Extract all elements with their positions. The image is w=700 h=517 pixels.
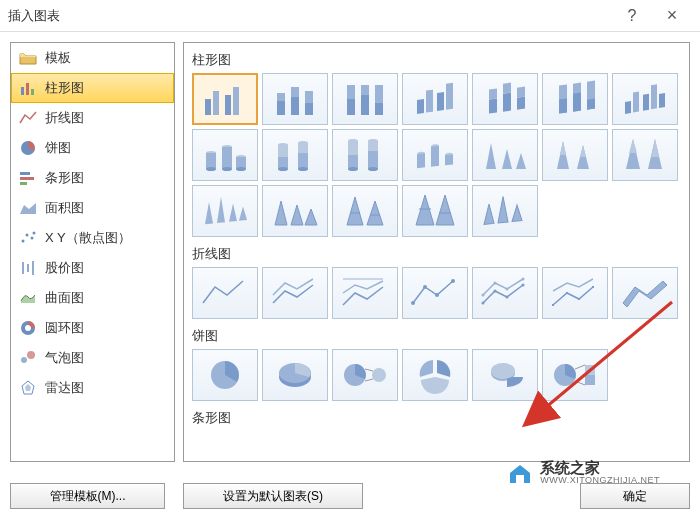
svg-marker-106 xyxy=(305,209,317,225)
bubble-icon xyxy=(19,349,37,367)
chart-thumb-clustered-cone[interactable] xyxy=(472,129,538,181)
chart-thumb-3d-column[interactable] xyxy=(612,73,678,125)
chart-thumb-line-markers[interactable] xyxy=(402,267,468,319)
svg-rect-50 xyxy=(573,93,581,112)
svg-point-142 xyxy=(491,363,515,379)
chart-thumb-stacked-line-markers[interactable] xyxy=(472,267,538,319)
manage-templates-button[interactable]: 管理模板(M)... xyxy=(10,483,165,509)
svg-rect-56 xyxy=(651,84,657,109)
chart-thumb-bar-of-pie[interactable] xyxy=(542,349,608,401)
sidebar-item-surface[interactable]: 曲面图 xyxy=(11,283,174,313)
sidebar-item-donut[interactable]: 圆环图 xyxy=(11,313,174,343)
chart-thumb-100stacked-column[interactable] xyxy=(332,73,398,125)
svg-marker-95 xyxy=(580,145,586,157)
sidebar-item-label: 圆环图 xyxy=(45,319,84,337)
sidebar-item-line[interactable]: 折线图 xyxy=(11,103,174,133)
chart-thumb-stacked-line[interactable] xyxy=(262,267,328,319)
sidebar-item-pie[interactable]: 饼图 xyxy=(11,133,174,163)
chart-thumb-exploded-3d-pie[interactable] xyxy=(472,349,538,401)
svg-rect-6 xyxy=(20,182,27,185)
section-title-pie: 饼图 xyxy=(192,323,681,349)
chart-thumb-clustered-cylinder[interactable] xyxy=(192,129,258,181)
chart-thumb-stacked-cone[interactable] xyxy=(542,129,608,181)
set-default-chart-button[interactable]: 设置为默认图表(S) xyxy=(183,483,363,509)
chart-thumb-100stacked-cone[interactable] xyxy=(612,129,678,181)
chart-thumb-3d-line[interactable] xyxy=(612,267,678,319)
sidebar-item-stock[interactable]: 股价图 xyxy=(11,253,174,283)
ok-button[interactable]: 确定 xyxy=(580,483,690,509)
help-button[interactable]: ? xyxy=(612,7,652,25)
dialog-footer: 管理模板(M)... 设置为默认图表(S) 确定 xyxy=(10,483,690,509)
chart-thumb-100stacked-cylinder[interactable] xyxy=(332,129,398,181)
svg-rect-0 xyxy=(21,87,24,95)
svg-marker-90 xyxy=(502,149,512,169)
chart-thumb-3d-100stacked-column[interactable] xyxy=(542,73,608,125)
chart-thumb-3d-clustered-column[interactable] xyxy=(402,73,468,125)
svg-point-123 xyxy=(494,290,497,293)
chart-thumb-100stacked-line-markers[interactable] xyxy=(542,267,608,319)
sidebar-item-column[interactable]: 柱形图 xyxy=(11,73,174,103)
chart-thumb-3d-cone[interactable] xyxy=(192,185,258,237)
svg-rect-26 xyxy=(277,93,285,101)
sidebar-item-radar[interactable]: 雷达图 xyxy=(11,373,174,403)
svg-marker-105 xyxy=(291,205,303,225)
svg-rect-27 xyxy=(291,97,299,115)
chart-thumb-clustered-pyramid[interactable] xyxy=(262,185,328,237)
chart-thumb-clustered-column[interactable] xyxy=(192,73,258,125)
surface-icon xyxy=(19,289,37,307)
sidebar-item-label: 柱形图 xyxy=(45,79,84,97)
sidebar-item-area[interactable]: 面积图 xyxy=(11,193,174,223)
svg-point-74 xyxy=(298,167,308,171)
svg-point-122 xyxy=(482,302,485,305)
chart-thumb-stacked-column[interactable] xyxy=(262,73,328,125)
sidebar-item-bubble[interactable]: 气泡图 xyxy=(11,343,174,373)
chart-thumb-line[interactable] xyxy=(192,267,258,319)
svg-marker-115 xyxy=(484,203,494,224)
svg-rect-72 xyxy=(298,143,308,153)
sidebar-item-label: 面积图 xyxy=(45,199,84,217)
svg-marker-116 xyxy=(498,196,508,223)
chart-thumb-pie[interactable] xyxy=(192,349,258,401)
sidebar-item-bar[interactable]: 条形图 xyxy=(11,163,174,193)
chart-type-sidebar: 模板 柱形图 折线图 饼图 条形图 面积图 X Y（散点图） 股价图 xyxy=(10,42,175,462)
svg-point-118 xyxy=(411,301,415,305)
svg-marker-89 xyxy=(486,143,496,169)
svg-point-63 xyxy=(222,167,232,171)
chart-thumb-100stacked-pyramid[interactable] xyxy=(402,185,468,237)
svg-point-66 xyxy=(236,167,246,171)
svg-point-70 xyxy=(278,167,288,171)
svg-marker-102 xyxy=(229,203,237,222)
chart-thumb-stacked-cylinder[interactable] xyxy=(262,129,328,181)
svg-rect-131 xyxy=(566,292,568,294)
svg-rect-25 xyxy=(277,101,285,115)
chart-thumb-exploded-pie[interactable] xyxy=(402,349,468,401)
chart-thumb-3d-pie[interactable] xyxy=(262,349,328,401)
svg-point-138 xyxy=(372,368,386,382)
svg-rect-38 xyxy=(426,90,433,113)
svg-rect-62 xyxy=(222,147,232,169)
svg-rect-45 xyxy=(517,97,525,110)
svg-marker-103 xyxy=(239,206,247,221)
svg-line-147 xyxy=(575,381,585,385)
svg-rect-1 xyxy=(26,83,29,95)
sidebar-item-templates[interactable]: 模板 xyxy=(11,43,174,73)
svg-rect-43 xyxy=(503,93,511,112)
chart-thumb-pie-of-pie[interactable] xyxy=(332,349,398,401)
chart-thumb-3d-cylinder[interactable] xyxy=(402,129,468,181)
chart-thumb-stacked-pyramid[interactable] xyxy=(332,185,398,237)
svg-line-139 xyxy=(365,369,373,371)
title-bar: 插入图表 ? × xyxy=(0,0,700,32)
chart-thumb-100stacked-line[interactable] xyxy=(332,267,398,319)
svg-rect-36 xyxy=(375,103,383,115)
svg-marker-100 xyxy=(205,202,213,225)
chart-thumb-3d-stacked-column[interactable] xyxy=(472,73,538,125)
scatter-icon xyxy=(19,229,37,247)
close-button[interactable]: × xyxy=(652,5,692,26)
svg-rect-41 xyxy=(489,98,497,113)
chart-thumb-3d-pyramid[interactable] xyxy=(472,185,538,237)
sidebar-item-scatter[interactable]: X Y（散点图） xyxy=(11,223,174,253)
area-icon xyxy=(19,199,37,217)
donut-icon xyxy=(19,319,37,337)
svg-point-124 xyxy=(506,296,509,299)
svg-rect-73 xyxy=(298,153,308,169)
